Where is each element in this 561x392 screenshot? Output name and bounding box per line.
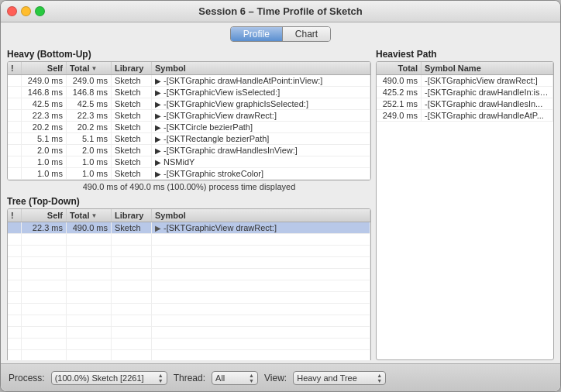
toolbar: Profile Chart xyxy=(1,22,560,46)
heaviest-table-body: 490.0 ms -[SKTGraphicView drawRect:] 425… xyxy=(377,75,553,122)
td-total: 490.0 ms xyxy=(67,222,112,233)
td-symbol: -[SKTGraphic drawHandleIn:isS... xyxy=(422,87,553,98)
td-bang xyxy=(8,222,22,233)
heavy-col-self: Self xyxy=(22,62,67,74)
heavy-col-library: Library xyxy=(112,62,152,74)
table-row[interactable]: 1.0 ms 1.0 ms Sketch ▶ -[SKTGraphic stro… xyxy=(8,168,370,180)
process-value: (100.0%) Sketch [2261] xyxy=(55,373,144,383)
sort-arrow-icon: ▼ xyxy=(91,212,97,219)
table-row xyxy=(8,327,370,339)
td-self: 5.1 ms xyxy=(22,133,67,144)
tree-col-self: Self xyxy=(22,209,67,222)
thread-stepper[interactable]: ▲ ▼ xyxy=(249,373,254,383)
td-symbol: -[SKTGraphicView drawRect:] xyxy=(422,75,553,86)
sort-icon: ▼ xyxy=(91,65,97,72)
thread-select[interactable]: All ▲ ▼ xyxy=(212,371,258,385)
table-row[interactable]: 22.3 ms 490.0 ms Sketch ▶ -[SKTGraphicVi… xyxy=(8,222,370,234)
td-library: Sketch xyxy=(112,156,152,167)
td-symbol: ▶ -[SKTCircle bezierPath] xyxy=(152,122,370,132)
table-row xyxy=(8,315,370,327)
td-library: Sketch xyxy=(112,110,152,121)
heavy-table-header: ! Self Total ▼ Library Symbol xyxy=(8,62,370,75)
table-row[interactable]: 42.5 ms 42.5 ms Sketch ▶ -[SKTGraphicVie… xyxy=(8,98,370,110)
heavy-section: Heavy (Bottom-Up) ! Self Total ▼ Library… xyxy=(7,49,371,193)
td-bang xyxy=(8,87,22,98)
td-self: 146.8 ms xyxy=(22,87,67,98)
profile-tab[interactable]: Profile xyxy=(231,27,283,41)
maximize-button[interactable] xyxy=(35,6,45,16)
td-library: Sketch xyxy=(112,133,152,144)
td-symbol: ▶ NSMidY xyxy=(152,156,370,167)
process-label: Process: xyxy=(9,373,45,383)
td-library: Sketch xyxy=(112,98,152,109)
td-symbol: ▶ -[SKTGraphicView drawRect:] xyxy=(152,222,370,233)
heavy-title: Heavy (Bottom-Up) xyxy=(7,49,371,60)
tree-title: Tree (Top-Down) xyxy=(7,196,371,207)
tree-table: ! Self Total ▼ Library Symbol 22.3 ms 49… xyxy=(7,208,371,360)
td-bang xyxy=(8,145,22,156)
td-library: Sketch xyxy=(112,145,152,156)
tree-col-library: Library xyxy=(112,209,152,222)
td-total: 249.0 ms xyxy=(67,75,112,86)
table-row xyxy=(8,269,370,280)
main-window: Session 6 – Time Profile of Sketch Profi… xyxy=(0,0,561,392)
td-self: 1.0 ms xyxy=(22,156,67,167)
td-symbol: ▶ -[SKTGraphicView drawRect:] xyxy=(152,110,370,121)
heaviest-path-title: Heaviest Path xyxy=(376,49,554,60)
table-row xyxy=(8,304,370,315)
heavy-status: 490.0 ms of 490.0 ms (100.00%) process t… xyxy=(7,181,371,193)
table-row[interactable]: 252.1 ms -[SKTGraphic drawHandlesIn... xyxy=(377,98,553,110)
td-library: Sketch xyxy=(112,222,152,233)
td-bang xyxy=(8,98,22,109)
heavy-table: ! Self Total ▼ Library Symbol 249.0 ms 2… xyxy=(7,61,371,181)
table-row[interactable]: 146.8 ms 146.8 ms Sketch ▶ -[SKTGraphicV… xyxy=(8,87,370,98)
td-symbol: -[SKTGraphic drawHandleAtP... xyxy=(422,110,553,121)
table-row[interactable]: 22.3 ms 22.3 ms Sketch ▶ -[SKTGraphicVie… xyxy=(8,110,370,122)
table-row xyxy=(8,350,370,360)
process-select[interactable]: (100.0%) Sketch [2261] ▲ ▼ xyxy=(51,371,167,385)
table-row[interactable]: 490.0 ms -[SKTGraphicView drawRect:] xyxy=(377,75,553,87)
table-row[interactable]: 5.1 ms 5.1 ms Sketch ▶ -[SKTRectangle be… xyxy=(8,133,370,145)
td-bang xyxy=(8,133,22,144)
view-value: Heavy and Tree xyxy=(297,373,357,383)
td-library: Sketch xyxy=(112,168,152,179)
view-select[interactable]: Heavy and Tree ▲ ▼ xyxy=(293,371,386,385)
td-total: 22.3 ms xyxy=(67,110,112,121)
table-row[interactable]: 20.2 ms 20.2 ms Sketch ▶ -[SKTCircle bez… xyxy=(8,122,370,133)
table-row[interactable]: 249.0 ms -[SKTGraphic drawHandleAtP... xyxy=(377,110,553,122)
view-stepper-down-icon: ▼ xyxy=(377,378,382,383)
process-stepper[interactable]: ▲ ▼ xyxy=(158,373,163,383)
tree-table-header: ! Self Total ▼ Library Symbol xyxy=(8,209,370,222)
heaviest-table-header: Total Symbol Name xyxy=(377,62,553,75)
table-row[interactable]: 2.0 ms 2.0 ms Sketch ▶ -[SKTGraphic draw… xyxy=(8,145,370,156)
td-total: 42.5 ms xyxy=(67,98,112,109)
view-stepper-up-icon: ▲ xyxy=(377,373,382,378)
table-row xyxy=(8,280,370,292)
td-self: 42.5 ms xyxy=(22,98,67,109)
heavy-table-body: 249.0 ms 249.0 ms Sketch ▶ -[SKTGraphic … xyxy=(8,75,370,180)
table-row[interactable]: 1.0 ms 1.0 ms Sketch ▶ NSMidY xyxy=(8,156,370,168)
close-button[interactable] xyxy=(7,6,17,16)
heavy-col-total[interactable]: Total ▼ xyxy=(67,62,112,74)
td-symbol: -[SKTGraphic drawHandlesIn... xyxy=(422,98,553,109)
table-row xyxy=(8,292,370,304)
chart-tab[interactable]: Chart xyxy=(283,27,330,41)
td-bang xyxy=(8,156,22,167)
table-row[interactable]: 425.2 ms -[SKTGraphic drawHandleIn:isS..… xyxy=(377,87,553,98)
td-symbol: ▶ -[SKTGraphicView isSelected:] xyxy=(152,87,370,98)
stepper-down-icon: ▼ xyxy=(158,378,163,383)
thread-value: All xyxy=(215,373,225,383)
minimize-button[interactable] xyxy=(21,6,31,16)
bottom-bar: Process: (100.0%) Sketch [2261] ▲ ▼ Thre… xyxy=(1,363,560,391)
view-label: View: xyxy=(264,373,287,383)
td-library: Sketch xyxy=(112,75,152,86)
traffic-lights xyxy=(7,6,45,16)
tree-col-total[interactable]: Total ▼ xyxy=(67,209,112,222)
td-bang xyxy=(8,75,22,86)
table-row[interactable]: 249.0 ms 249.0 ms Sketch ▶ -[SKTGraphic … xyxy=(8,75,370,87)
td-total: 2.0 ms xyxy=(67,145,112,156)
td-total: 425.2 ms xyxy=(377,87,422,98)
td-bang xyxy=(8,110,22,121)
view-stepper[interactable]: ▲ ▼ xyxy=(377,373,382,383)
td-symbol: ▶ -[SKTGraphicView graphicIsSelected:] xyxy=(152,98,370,109)
